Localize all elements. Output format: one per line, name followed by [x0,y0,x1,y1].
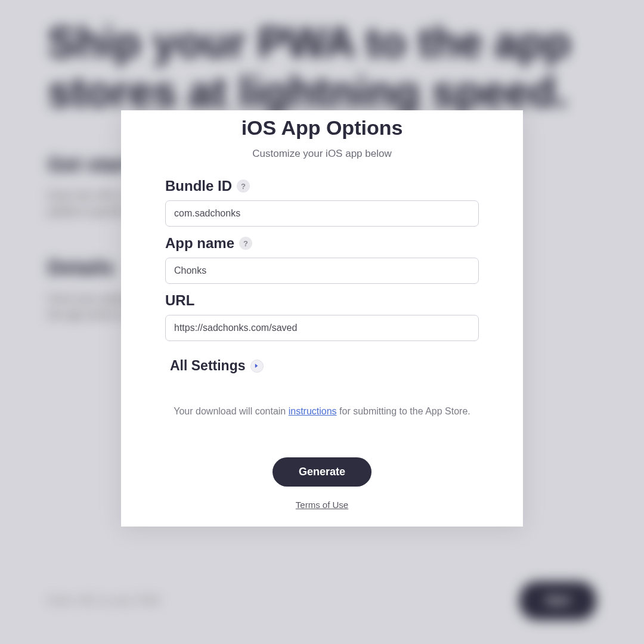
all-settings-toggle[interactable]: All Settings [170,358,479,374]
bundle-id-label: Bundle ID [165,178,232,194]
app-name-group: App name ? [165,235,479,284]
url-label: URL [165,292,194,309]
url-input[interactable] [165,315,479,341]
modal-title: iOS App Options [165,116,479,140]
bundle-id-input[interactable] [165,200,479,227]
help-icon[interactable]: ? [239,237,252,250]
modal-subtitle: Customize your iOS app below [165,148,479,160]
info-text: Your download will contain instructions … [165,406,479,417]
url-label-row: URL [165,292,479,309]
all-settings-label: All Settings [170,358,246,374]
backdrop-start-button: Start [519,581,596,620]
generate-button[interactable]: Generate [273,457,371,487]
app-name-label-row: App name ? [165,235,479,252]
info-text-after: for submitting to the App Store. [337,406,470,416]
app-name-input[interactable] [165,258,479,284]
ios-options-modal: iOS App Options Customize your iOS app b… [121,110,523,527]
bundle-id-group: Bundle ID ? [165,178,479,227]
help-icon[interactable]: ? [237,179,250,193]
terms-of-use-link[interactable]: Terms of Use [165,500,479,510]
backdrop-bottom: Enter URL to your PWA Start [48,581,596,620]
instructions-link[interactable]: instructions [289,406,337,416]
info-text-before: Your download will contain [174,406,288,416]
url-group: URL [165,292,479,341]
backdrop-url-input: Enter URL to your PWA [48,595,160,607]
bundle-id-label-row: Bundle ID ? [165,178,479,194]
backdrop-heading: Ship your PWA to the app stores at light… [48,18,596,117]
chevron-right-icon [250,360,264,373]
app-name-label: App name [165,235,234,252]
